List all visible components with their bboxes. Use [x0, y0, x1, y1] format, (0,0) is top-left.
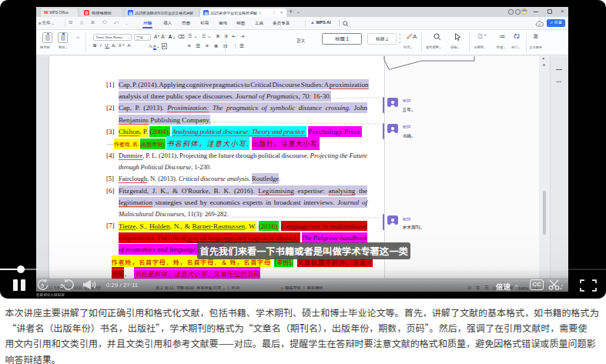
svg-text:5: 5 — [60, 282, 63, 288]
svg-text:5: 5 — [41, 282, 44, 288]
